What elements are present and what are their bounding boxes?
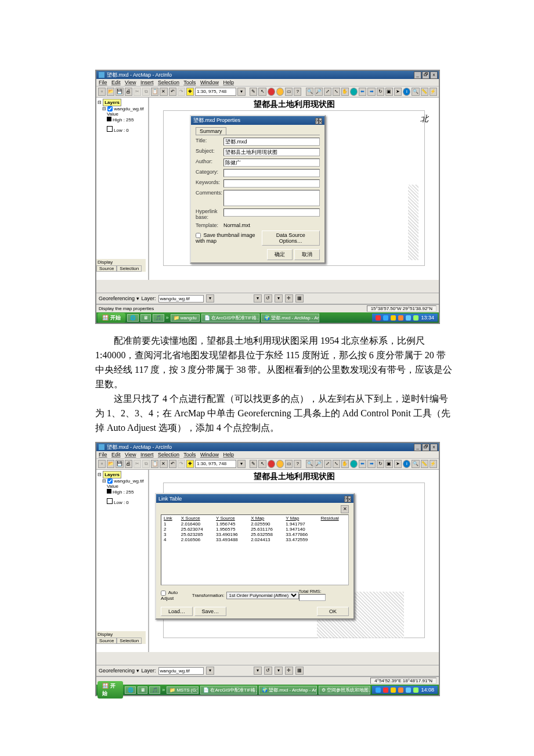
arrow-icon-2[interactable]: ↖: [258, 460, 266, 468]
hyperlink-icon-2[interactable]: ⚡: [430, 460, 437, 468]
task-folder-2[interactable]: 📁 MSTS (G:): [167, 686, 199, 694]
georef-src-icon-2[interactable]: ▾: [254, 667, 262, 675]
tab-summary[interactable]: Summary: [196, 127, 226, 135]
delete-icon-2[interactable]: ✕: [160, 460, 167, 468]
print-icon[interactable]: 🖨: [125, 88, 132, 96]
maximize-icon[interactable]: 🗗: [422, 71, 430, 79]
arrow-icon[interactable]: ↖: [258, 88, 266, 96]
copy-icon-2[interactable]: ⧉: [142, 460, 150, 468]
toc-tabs[interactable]: Display SourceSelection: [96, 259, 146, 272]
fixed-zoomin-icon-2[interactable]: ⤢: [324, 460, 331, 468]
red-dot-icon-2[interactable]: [268, 460, 275, 468]
keywords-input[interactable]: [223, 179, 320, 188]
start-button[interactable]: 🪟 开始: [98, 313, 125, 323]
rect-icon-2[interactable]: ▭: [285, 460, 293, 468]
task-word-2[interactable]: 📄 在ArcGIS中配准TIF格…: [200, 686, 257, 694]
author-input[interactable]: 陈健广: [223, 159, 320, 167]
transformation-select[interactable]: 1st Order Polynomial (Affine): [226, 592, 299, 599]
georef-src-icon[interactable]: ▾: [254, 294, 262, 303]
tray-av-icon-2[interactable]: [398, 687, 403, 693]
cancel-button[interactable]: 取消: [294, 249, 320, 260]
measure-icon[interactable]: 📏: [421, 88, 428, 96]
hdr-xsrc[interactable]: X Source: [179, 515, 214, 521]
yellow-dot-icon-2[interactable]: [276, 460, 284, 468]
refresh-icon[interactable]: ↻: [377, 88, 384, 96]
tray-ime-icon[interactable]: [413, 315, 418, 321]
hdr-xmap[interactable]: X Map: [248, 515, 283, 521]
fwd-icon[interactable]: ➡: [367, 88, 375, 96]
table-row[interactable]: 42.01650633.4934882.02441333.472559: [161, 537, 348, 542]
task-extra[interactable]: ⚙ 空间参照系统和地图…: [319, 686, 371, 694]
category-input[interactable]: [223, 169, 320, 177]
measure-icon-2[interactable]: 📏: [421, 460, 428, 468]
layer-checkbox[interactable]: [107, 106, 113, 111]
rotate-menu-icon[interactable]: ▾: [275, 294, 283, 303]
tray-msg-icon[interactable]: [406, 315, 411, 321]
ok-button[interactable]: 确定: [267, 249, 293, 260]
map-canvas[interactable]: 望都县土地利用现状图 北 望都.mxd Properties ?x Summar…: [149, 98, 439, 280]
menu-file-2[interactable]: File: [99, 452, 107, 458]
select-icon-2[interactable]: ▣: [385, 460, 393, 468]
red-dot-icon[interactable]: [268, 88, 275, 96]
hdr-link[interactable]: Link: [161, 515, 179, 521]
toc-root[interactable]: Layers: [103, 99, 121, 106]
georef-layer-select[interactable]: wangdu_wg.tif: [158, 295, 204, 303]
save-icon[interactable]: 💾: [116, 88, 123, 96]
paste-icon[interactable]: 📋: [151, 88, 158, 96]
find-icon-2[interactable]: 🔍: [412, 460, 419, 468]
lt-close-icon[interactable]: x: [348, 496, 351, 502]
add-data-icon-2[interactable]: ✚: [186, 460, 194, 468]
tray-vol-icon[interactable]: [391, 315, 396, 321]
tray-vol-icon-2[interactable]: [391, 687, 396, 693]
open-icon[interactable]: 📂: [107, 88, 114, 96]
help-icon[interactable]: ?: [294, 88, 301, 96]
link-table-icon-2[interactable]: ▦: [295, 667, 304, 675]
link-table-icon[interactable]: ▦: [295, 294, 304, 303]
cut-icon-2[interactable]: ✂: [134, 460, 141, 468]
georef-dropdown-icon[interactable]: ▾: [206, 294, 214, 303]
menu-view-2[interactable]: View: [125, 452, 136, 458]
standard-toolbar-2[interactable]: ▫ 📂 💾 🖨 ✂ ⧉ 📋 ✕ ↶ ↷ ✚ 1:30, 975, 748 ▾ ✎…: [96, 459, 439, 470]
delete-link-icon[interactable]: ✕: [341, 505, 349, 513]
zoomout-icon[interactable]: 🔎: [315, 88, 322, 96]
pointer-icon[interactable]: ➤: [394, 88, 402, 96]
rect-icon[interactable]: ▭: [285, 88, 293, 96]
georeferencing-toolbar[interactable]: Georeferencing ▾ Layer: wangdu_wg.tif ▾ …: [96, 293, 439, 304]
find-icon[interactable]: 🔍: [412, 88, 419, 96]
menu-bar-2[interactable]: File Edit View Insert Selection Tools Wi…: [96, 451, 439, 459]
system-tray-2[interactable]: 14:08: [372, 686, 438, 694]
georef-menu[interactable]: Georeferencing ▾: [99, 296, 139, 301]
tray-ime-icon-2[interactable]: [413, 687, 418, 693]
menu-tools-2[interactable]: Tools: [183, 452, 196, 458]
task-folder[interactable]: 📁 wangdu: [171, 314, 200, 322]
minimize-icon[interactable]: _: [414, 71, 421, 79]
toc-tab-selection[interactable]: Selection: [117, 265, 142, 272]
editor-icon-2[interactable]: ✎: [250, 460, 257, 468]
toc-root-2[interactable]: Layers: [103, 471, 121, 478]
help-icon-2[interactable]: ?: [294, 460, 301, 468]
cut-icon[interactable]: ✂: [134, 88, 141, 96]
menu-window-2[interactable]: Window: [200, 452, 219, 458]
menu-help[interactable]: Help: [223, 80, 234, 85]
refresh-icon-2[interactable]: ↻: [377, 460, 384, 468]
menu-window[interactable]: Window: [200, 80, 219, 85]
scale-dropdown-icon[interactable]: ▾: [237, 88, 245, 96]
menu-view[interactable]: View: [125, 80, 136, 85]
subject-input[interactable]: 望都县土地利用现状图: [223, 148, 320, 156]
minimize-icon-2[interactable]: _: [414, 444, 421, 451]
georef-layer-select-2[interactable]: wangdu_wg.tif: [158, 667, 204, 675]
add-control-point-icon-2[interactable]: ✛: [285, 667, 293, 675]
menu-insert[interactable]: Insert: [140, 80, 154, 85]
tray-net-icon[interactable]: [383, 315, 388, 321]
redo-icon-2[interactable]: ↷: [178, 460, 185, 468]
georeferencing-toolbar-2[interactable]: Georeferencing ▾ Layer: wangdu_wg.tif ▾ …: [96, 665, 439, 676]
fullextent-icon[interactable]: [350, 88, 358, 96]
redo-icon[interactable]: ↷: [178, 88, 185, 96]
menu-help-2[interactable]: Help: [223, 452, 234, 458]
toc-layer[interactable]: wangdu_wg.tif: [114, 106, 143, 111]
menu-edit-2[interactable]: Edit: [111, 452, 121, 458]
zoomout-icon-2[interactable]: 🔎: [315, 460, 322, 468]
undo-icon[interactable]: ↶: [169, 88, 176, 96]
quick-media-icon-2[interactable]: 🎵: [149, 686, 160, 694]
select-icon[interactable]: ▣: [385, 88, 393, 96]
